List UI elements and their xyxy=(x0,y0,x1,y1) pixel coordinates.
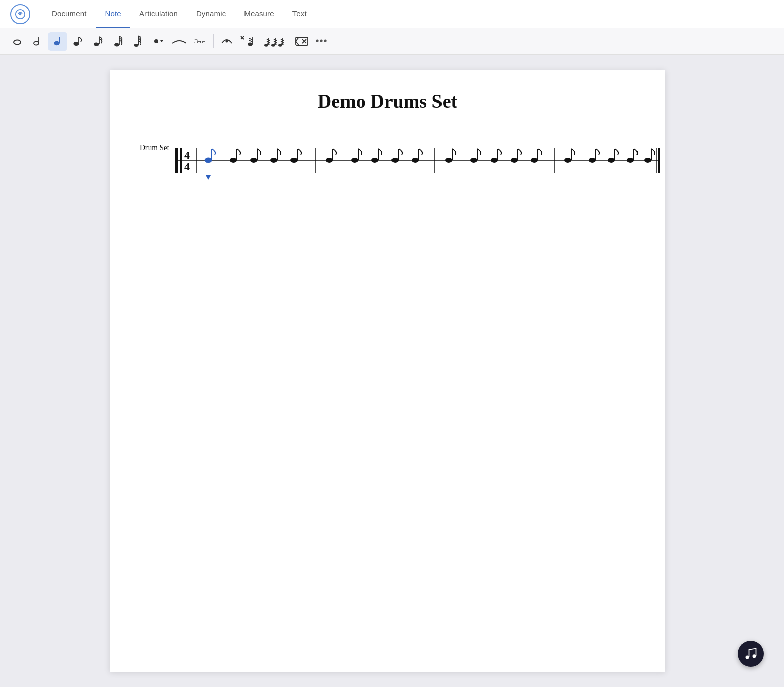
svg-point-2 xyxy=(20,13,21,15)
svg-point-12 xyxy=(114,43,119,46)
drum-rolls-button[interactable] xyxy=(258,32,290,51)
logo-button[interactable] xyxy=(10,4,30,24)
svg-point-67 xyxy=(371,158,378,163)
eighth-note-button[interactable] xyxy=(69,32,87,51)
svg-point-20 xyxy=(248,42,253,46)
svg-point-83 xyxy=(564,158,571,163)
svg-point-91 xyxy=(644,158,651,163)
svg-point-77 xyxy=(491,158,498,163)
tab-text[interactable]: Text xyxy=(283,0,316,28)
svg-point-3 xyxy=(14,40,21,44)
separator-1 xyxy=(213,34,214,48)
tremolo-button[interactable] xyxy=(238,32,256,51)
tab-articulation[interactable]: Articulation xyxy=(130,0,187,28)
svg-point-8 xyxy=(74,42,79,45)
svg-point-53 xyxy=(205,158,212,163)
staff-svg[interactable]: 4 4 xyxy=(175,137,660,185)
instrument-label: Drum Set xyxy=(140,137,169,152)
main-content: Demo Drums Set Drum Set 4 4 xyxy=(0,55,784,687)
svg-point-16 xyxy=(154,39,158,43)
sixtyfourth-note-button[interactable] xyxy=(129,32,148,51)
svg-point-17 xyxy=(225,40,228,42)
more-button[interactable]: ••• xyxy=(313,32,331,51)
delete-button[interactable] xyxy=(292,32,311,51)
svg-text:4: 4 xyxy=(184,149,190,161)
staff-container: Drum Set 4 4 xyxy=(140,137,635,185)
svg-point-10 xyxy=(94,42,99,46)
half-note-button[interactable] xyxy=(28,32,46,51)
svg-point-81 xyxy=(531,158,538,163)
svg-point-89 xyxy=(627,158,634,163)
svg-point-29 xyxy=(271,44,275,47)
svg-point-24 xyxy=(264,44,268,47)
svg-point-59 xyxy=(270,158,277,163)
svg-point-57 xyxy=(250,158,257,163)
svg-text:4: 4 xyxy=(184,160,190,173)
svg-point-55 xyxy=(230,158,237,163)
svg-point-73 xyxy=(445,158,452,163)
svg-point-87 xyxy=(608,158,615,163)
svg-point-34 xyxy=(278,44,282,47)
sixteenth-note-button[interactable] xyxy=(89,32,107,51)
fab-button[interactable] xyxy=(738,641,764,667)
thirtysecond-note-button[interactable] xyxy=(109,32,127,51)
more-icon: ••• xyxy=(315,35,327,47)
tie-button[interactable] xyxy=(170,32,188,51)
score-area[interactable]: Demo Drums Set Drum Set 4 4 xyxy=(0,55,775,687)
dot-button[interactable] xyxy=(150,32,168,51)
score-title: Demo Drums Set xyxy=(140,90,635,112)
svg-point-71 xyxy=(412,158,419,163)
right-sidebar xyxy=(775,55,784,687)
tab-note[interactable]: Note xyxy=(96,0,130,28)
svg-point-94 xyxy=(753,654,756,658)
score-page: Demo Drums Set Drum Set 4 4 xyxy=(110,70,665,672)
tab-dynamic[interactable]: Dynamic xyxy=(187,0,235,28)
svg-point-63 xyxy=(326,158,333,163)
top-nav: Document Note Articulation Dynamic Measu… xyxy=(0,0,784,28)
quarter-note-button[interactable] xyxy=(48,32,67,51)
note-toolbar: 3 xyxy=(0,28,784,55)
svg-point-85 xyxy=(589,158,596,163)
svg-point-14 xyxy=(134,44,139,47)
svg-point-69 xyxy=(391,158,399,163)
svg-point-93 xyxy=(746,656,749,659)
nav-tabs: Document Note Articulation Dynamic Measu… xyxy=(42,0,316,28)
tab-measure[interactable]: Measure xyxy=(235,0,283,28)
whole-note-button[interactable] xyxy=(8,32,26,51)
tuplet-button[interactable]: 3 xyxy=(190,32,209,51)
svg-point-79 xyxy=(511,158,518,163)
svg-point-75 xyxy=(470,158,477,163)
tab-document[interactable]: Document xyxy=(42,0,96,28)
fermata-button[interactable] xyxy=(218,32,236,51)
svg-point-61 xyxy=(290,158,298,163)
svg-point-4 xyxy=(34,41,39,45)
svg-point-6 xyxy=(54,41,59,45)
svg-point-65 xyxy=(351,158,358,163)
